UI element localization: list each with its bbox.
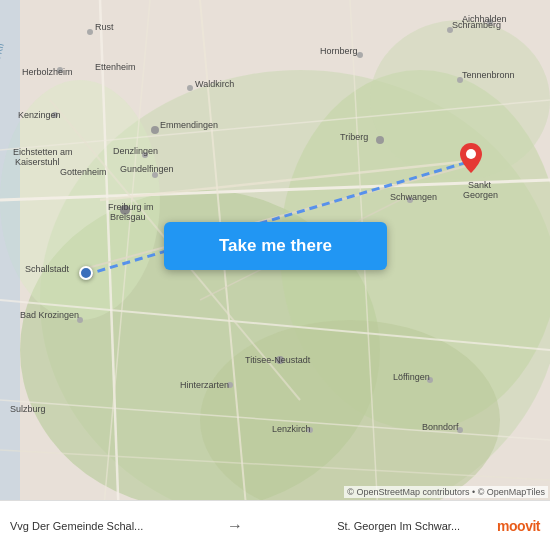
svg-text:Kaiserstuhl: Kaiserstuhl <box>15 157 60 167</box>
svg-text:Freiburg im: Freiburg im <box>108 202 154 212</box>
svg-text:Sankt: Sankt <box>468 180 492 190</box>
svg-text:Breisgau: Breisgau <box>110 212 146 222</box>
svg-text:Denzlingen: Denzlingen <box>113 146 158 156</box>
svg-text:Emmendingen: Emmendingen <box>160 120 218 130</box>
from-label: Vvg Der Gemeinde Schal... <box>10 520 190 532</box>
svg-text:Triberg: Triberg <box>340 132 368 142</box>
bottom-bar: Vvg Der Gemeinde Schal... → St. Georgen … <box>0 500 550 550</box>
svg-text:Lenzkirch: Lenzkirch <box>272 424 311 434</box>
svg-text:Bonndorf: Bonndorf <box>422 422 459 432</box>
to-label: St. Georgen Im Schwar... <box>280 520 460 532</box>
svg-text:Hornberg: Hornberg <box>320 46 358 56</box>
osm-attribution: © OpenStreetMap contributors • © OpenMap… <box>344 486 548 498</box>
svg-text:Aichhalden: Aichhalden <box>462 14 507 24</box>
svg-text:Titisee-Neustadt: Titisee-Neustadt <box>245 355 311 365</box>
svg-text:Kenzingen: Kenzingen <box>18 110 61 120</box>
svg-text:Eichstetten am: Eichstetten am <box>13 147 73 157</box>
svg-text:Hinterzarten: Hinterzarten <box>180 380 229 390</box>
svg-text:Bad Krozingen: Bad Krozingen <box>20 310 79 320</box>
svg-text:Rust: Rust <box>95 22 114 32</box>
svg-point-75 <box>466 149 476 159</box>
svg-text:Gundelfingen: Gundelfingen <box>120 164 174 174</box>
origin-pin <box>79 266 93 280</box>
take-me-there-button[interactable]: Take me there <box>164 222 387 270</box>
svg-text:Schwangen: Schwangen <box>390 192 437 202</box>
svg-text:Gottenheim: Gottenheim <box>60 167 107 177</box>
svg-point-26 <box>187 85 193 91</box>
svg-point-25 <box>151 126 159 134</box>
svg-text:Herbolzheim: Herbolzheim <box>22 67 73 77</box>
svg-text:Tennenbronn: Tennenbronn <box>462 70 515 80</box>
svg-point-22 <box>87 29 93 35</box>
moovit-logo: moovit <box>497 518 540 534</box>
svg-text:Schallstadt: Schallstadt <box>25 264 70 274</box>
arrow-icon: → <box>227 517 243 535</box>
map-container: Rust Ettenheim Herbolzheim Kenzingen Emm… <box>0 0 550 550</box>
svg-text:Georgen: Georgen <box>463 190 498 200</box>
svg-point-39 <box>376 136 384 144</box>
svg-text:Ettenheim: Ettenheim <box>95 62 136 72</box>
svg-text:Löffingen: Löffingen <box>393 372 430 382</box>
svg-text:Sulzburg: Sulzburg <box>10 404 46 414</box>
svg-rect-7 <box>0 0 20 550</box>
svg-text:Waldkirch: Waldkirch <box>195 79 234 89</box>
destination-pin <box>460 143 482 177</box>
svg-point-36 <box>357 52 363 58</box>
